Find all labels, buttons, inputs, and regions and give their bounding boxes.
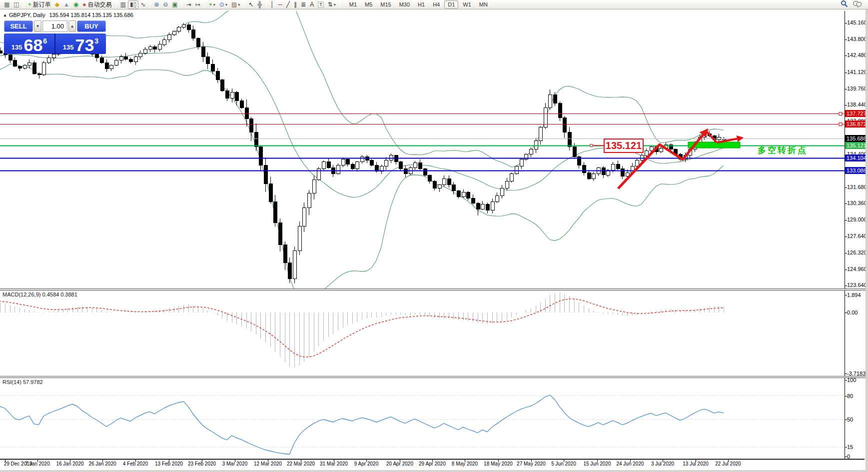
date-tick-label: 13 Feb 2020 (155, 461, 183, 466)
auto-trading-icon: ● (82, 0, 86, 9)
search-icon[interactable] (841, 0, 848, 9)
fibonacci-icon: ≣ (301, 0, 306, 9)
periods-button[interactable]: ⊙▾ (217, 0, 229, 9)
bar-chart-icon: ▥ (120, 0, 126, 9)
buy-price-tile[interactable]: 135733 (55, 34, 106, 54)
signals-icon[interactable]: ◉ (71, 0, 80, 9)
chart-title: ▲GBPJPY, Daily135.594 135.814 135.135 13… (3, 12, 133, 18)
price-tick-label: 129.000 (847, 216, 867, 223)
toolbar-separator (244, 1, 244, 8)
price-tick-label: 126.320 (847, 250, 867, 256)
buy-price-integer: 135 (63, 44, 74, 51)
date-tick-label: 8 May 2020 (452, 461, 478, 466)
toolbar-separator (266, 1, 266, 8)
expert-advisors-icon[interactable]: ◆ (53, 0, 61, 9)
text-label-icon[interactable]: T (316, 0, 326, 9)
candlestick-chart-icon[interactable]: ▮▯ (128, 0, 138, 9)
chat-icon[interactable] (853, 0, 862, 9)
sell-button[interactable]: SELL (4, 20, 33, 32)
toolbar-separator (204, 1, 205, 8)
rsi-indicator-label: RSI(14) 57.9782 (2, 379, 43, 385)
trade-controls-row: SELL ▼ 1.00 ▲ BUY (4, 20, 106, 32)
horizontal-line-icon[interactable]: ─ (276, 0, 284, 9)
pane-separator-rsi[interactable] (0, 376, 868, 378)
toolbar-right (841, 0, 868, 9)
line-chart-icon: ∿ (140, 0, 145, 9)
date-tick-label: 22 Mar 2020 (287, 461, 315, 466)
rsi-tick-label: 15 (847, 444, 853, 450)
crosshair-icon[interactable]: ╬ (255, 0, 264, 9)
indicators-add-button[interactable]: +▾ (207, 0, 217, 9)
price-line-label: 133.086 (845, 167, 868, 174)
vertical-line-icon[interactable]: │ (268, 0, 276, 9)
macd-signal-line (0, 299, 724, 357)
tf-h4-button[interactable]: H4 (429, 0, 443, 8)
charts-grid-icon[interactable]: ▦ (2, 0, 11, 9)
date-tick-label: 27 May 2020 (517, 461, 546, 466)
collapse-triangle-icon[interactable]: ▲ (3, 13, 7, 18)
templates-button[interactable]: ▨▾ (229, 0, 242, 9)
zoom-out-icon[interactable]: ⊖ (161, 0, 170, 9)
volume-decrease-button[interactable]: ▼ (34, 20, 41, 32)
date-tick-label: 4 Feb 2020 (123, 461, 148, 466)
volume-increase-button[interactable]: ▲ (68, 20, 76, 32)
tf-mn-button[interactable]: MN (476, 0, 491, 8)
tf-m1-button[interactable]: M1 (346, 0, 360, 8)
zoom-in-icon[interactable]: ⊕ (152, 0, 161, 9)
date-tick-label: 13 Jul 2020 (683, 461, 709, 466)
tf-m30-button[interactable]: M30 (396, 0, 413, 8)
price-tick-label: 127.640 (847, 233, 867, 240)
zone-annotation-label[interactable]: 多空转折点 (758, 144, 808, 156)
text-icon[interactable]: A (308, 0, 316, 9)
macd-tick-label: -3.7183 (847, 370, 866, 377)
tile-windows-icon: ▣ (172, 0, 177, 9)
new-order-button[interactable]: +新订单 (26, 0, 53, 9)
price-annotation-box[interactable]: 135.121 (604, 138, 644, 153)
sell-price-pips: 68 (24, 38, 43, 52)
tile-windows-icon[interactable]: ▣ (170, 0, 179, 9)
price-tick-label: 142.480 (847, 52, 867, 58)
rsi-tick-label: 0 (847, 454, 850, 460)
rsi-line (0, 395, 724, 454)
pane-separator-macd[interactable] (0, 288, 868, 290)
volume-input[interactable]: 1.00 (42, 20, 67, 32)
publish-chart-icon[interactable]: ▲ (61, 0, 71, 9)
toolbar-separator (340, 1, 340, 8)
date-tick-label: 9 Apr 2020 (354, 461, 378, 466)
tf-m5-button[interactable]: M5 (361, 0, 376, 8)
price-line-label: 134.104 (845, 154, 868, 162)
tf-m15-button[interactable]: M15 (377, 0, 394, 8)
chart-shift-icon[interactable]: ↦ (193, 0, 202, 9)
fibonacci-icon[interactable]: ≣ (299, 0, 308, 9)
macd-tick-label: 1.894 (847, 292, 861, 298)
date-tick-label: 24 Jun 2020 (616, 461, 644, 466)
publish-chart-icon: ▲ (63, 0, 69, 9)
date-tick-label: 31 Mar 2020 (320, 461, 348, 466)
arrow-tools-button[interactable]: ⇅▾ (326, 0, 338, 9)
price-tick-label: 138.440 (847, 102, 867, 108)
line-chart-icon[interactable]: ∿ (138, 0, 147, 9)
price-tick-label: 141.120 (847, 69, 867, 76)
tf-d1-button[interactable]: D1 (444, 0, 458, 8)
auto-scroll-icon[interactable]: ⇥ (184, 0, 193, 9)
data-window-icon[interactable]: ◫ (11, 0, 21, 9)
data-window-icon: ◫ (13, 0, 19, 9)
cursor-icon[interactable]: ↖ (246, 0, 255, 9)
buy-price-pips: 73 (75, 38, 94, 52)
price-line-label: 136.872 (845, 120, 868, 128)
price-tick-label: 123.640 (847, 282, 867, 288)
date-tick-label: 23 Feb 2020 (188, 461, 216, 466)
channel-icon[interactable]: ∥ (292, 0, 299, 9)
sell-price-tile[interactable]: 135686 (4, 34, 54, 54)
crosshair-icon: ╬ (257, 0, 262, 9)
tf-h1-button[interactable]: H1 (414, 0, 428, 8)
chart-canvas[interactable] (0, 0, 868, 472)
bar-chart-icon[interactable]: ▥ (118, 0, 128, 9)
tf-w1-button[interactable]: W1 (459, 0, 475, 8)
auto-trading-button[interactable]: ●自动交易 (80, 0, 113, 9)
buy-button[interactable]: BUY (77, 20, 106, 32)
date-tick-label: 3 Mar 2020 (222, 461, 248, 466)
trendline-icon[interactable]: ╱ (284, 0, 292, 9)
rsi-tick-label: 80 (847, 393, 853, 400)
new-order-icon: + (28, 0, 31, 9)
